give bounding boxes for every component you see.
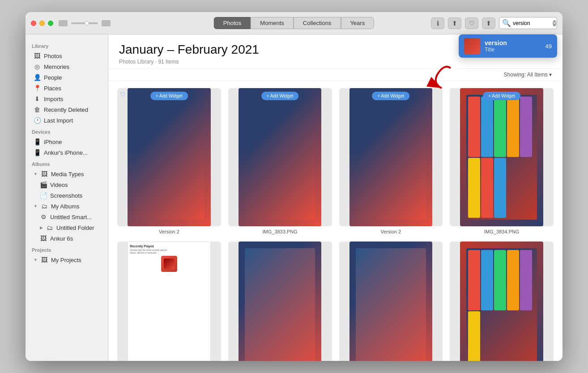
sidebar-label-memories: Memories xyxy=(44,64,69,70)
sidebar: Library 🖼 Photos ◎ Memories 👤 People 📍 P… xyxy=(26,34,108,361)
photo-thumbnail[interactable] xyxy=(339,242,443,361)
photos-icon: 🖼 xyxy=(34,52,41,59)
minimize-button[interactable] xyxy=(39,21,45,26)
add-widget-button[interactable]: + Add Widget xyxy=(261,92,299,100)
result-title: version xyxy=(485,39,541,47)
photo-item[interactable]: Recently Played Quickly play the most re… xyxy=(117,242,221,361)
main-content: Library 🖼 Photos ◎ Memories 👤 People 📍 P… xyxy=(26,34,562,361)
expand-projects-icon: ▼ xyxy=(34,258,38,262)
places-icon: 📍 xyxy=(34,85,41,92)
people-icon: 👤 xyxy=(34,74,41,81)
title-year: 2021 xyxy=(231,42,259,56)
titlebar-controls xyxy=(59,20,111,26)
search-input[interactable] xyxy=(513,20,551,26)
sidebar-item-imports[interactable]: ⬇ Imports xyxy=(27,93,106,104)
photo-thumbnail[interactable] xyxy=(450,242,554,361)
showing-label[interactable]: Showing: All Items ▾ xyxy=(504,72,552,78)
tab-moments[interactable]: Moments xyxy=(251,17,293,29)
edit-button[interactable]: ⬆ xyxy=(482,17,495,29)
sidebar-label-photos: Photos xyxy=(44,53,62,59)
my-projects-icon: 🖼 xyxy=(41,256,48,263)
tab-years[interactable]: Years xyxy=(341,17,374,29)
photo-thumbnail[interactable]: + Add Widget ♡ xyxy=(117,88,221,226)
sidebar-item-media-types[interactable]: ▼ 🖼 Media Types xyxy=(27,169,106,179)
close-button[interactable] xyxy=(31,21,36,26)
sidebar-item-last-import[interactable]: 🕐 Last Import xyxy=(27,115,106,126)
videos-icon: 🎬 xyxy=(40,181,47,188)
iphone-icon: 📱 xyxy=(34,138,41,145)
ankur-iphone-icon: 📱 xyxy=(34,149,41,156)
sidebar-label-screenshots: Screenshots xyxy=(50,192,82,199)
add-widget-button[interactable]: + Add Widget xyxy=(150,92,188,100)
photo-thumbnail[interactable]: + Add Widget xyxy=(450,88,554,226)
sidebar-toggle-icon[interactable] xyxy=(59,20,68,26)
sidebar-label-ankur-6s: Ankur 6s xyxy=(50,235,73,242)
trash-icon: 🗑 xyxy=(34,106,41,113)
photo-item[interactable]: IMG_3836.PNG xyxy=(450,242,554,361)
fullscreen-button[interactable] xyxy=(48,21,53,26)
sidebar-label-ankur-iphone: Ankur's iPhone... xyxy=(44,149,88,156)
result-subtitle: Title xyxy=(485,47,541,53)
sidebar-label-my-albums: My Albums xyxy=(51,203,80,210)
photo-name: IMG_3834.PNG xyxy=(484,229,519,234)
search-result-item[interactable]: version Title 49 xyxy=(459,34,557,58)
add-widget-button[interactable]: + Add Widget xyxy=(372,92,409,100)
sidebar-item-untitled-smart[interactable]: ⚙ Untitled Smart... xyxy=(27,212,106,222)
share-button[interactable]: ⬆ xyxy=(448,17,461,29)
sidebar-item-videos[interactable]: 🎬 Videos xyxy=(27,179,106,190)
sidebar-item-ankur-6s[interactable]: 🖼 Ankur 6s xyxy=(27,233,106,244)
titlebar: Photos Moments Collections Years ℹ ⬆ ♡ ⬆… xyxy=(26,12,562,34)
search-icon: 🔍 xyxy=(502,19,511,27)
sidebar-item-screenshots[interactable]: 📄 Screenshots xyxy=(27,190,106,201)
photo-thumbnail[interactable] xyxy=(228,242,332,361)
sidebar-item-recently-deleted[interactable]: 🗑 Recently Deleted xyxy=(27,104,106,115)
my-albums-folder-icon: 🗂 xyxy=(41,203,48,210)
expand-my-albums-icon: ▼ xyxy=(34,204,38,208)
tab-photos[interactable]: Photos xyxy=(214,17,251,29)
photo-thumbnail[interactable]: + Add Widget xyxy=(339,88,443,226)
sidebar-label-people: People xyxy=(44,74,62,81)
sidebar-item-ankur-iphone[interactable]: 📱 Ankur's iPhone... xyxy=(27,147,106,158)
sidebar-item-places[interactable]: 📍 Places xyxy=(27,83,106,93)
photo-item[interactable]: + Add Widget ♡ Version 2 xyxy=(117,88,221,234)
sidebar-item-people[interactable]: 👤 People xyxy=(27,72,106,83)
devices-section-label: Devices xyxy=(26,126,108,136)
sidebar-item-iphone[interactable]: 📱 iPhone xyxy=(27,136,106,147)
sidebar-item-my-albums[interactable]: ▼ 🗂 My Albums xyxy=(27,201,106,212)
sidebar-label-iphone: iPhone xyxy=(44,139,62,145)
search-box[interactable]: 🔍 ✕ xyxy=(499,17,557,29)
photo-item[interactable]: + Add Widget Version 2 xyxy=(339,88,443,234)
grid-icon[interactable] xyxy=(102,20,111,26)
clock-icon: 🕐 xyxy=(34,117,41,124)
screenshots-icon: 📄 xyxy=(40,192,47,199)
add-widget-button[interactable]: + Add Widget xyxy=(483,92,520,100)
search-dropdown: version Title 49 xyxy=(459,34,557,58)
photo-name: Version 2 xyxy=(380,229,401,234)
tab-collections[interactable]: Collections xyxy=(294,17,341,29)
photo-name: Version 2 xyxy=(159,229,179,234)
showing-bar: Showing: All Items ▾ xyxy=(108,69,562,81)
zoom-slider[interactable] xyxy=(71,22,98,24)
info-button[interactable]: ℹ xyxy=(431,17,444,29)
sidebar-item-memories[interactable]: ◎ Memories xyxy=(27,61,106,72)
result-count: 49 xyxy=(545,43,552,50)
imports-icon: ⬇ xyxy=(34,95,41,102)
photo-thumbnail[interactable]: Recently Played Quickly play the most re… xyxy=(117,242,221,361)
sidebar-label-media-types: Media Types xyxy=(51,171,84,178)
sidebar-item-my-projects[interactable]: ▼ 🖼 My Projects xyxy=(27,254,106,265)
projects-section-label: Projects xyxy=(26,244,108,254)
photo-thumbnail[interactable]: + Add Widget xyxy=(228,88,332,226)
sidebar-item-photos[interactable]: 🖼 Photos xyxy=(27,51,106,61)
photo-name: IMG_3833.PNG xyxy=(262,229,297,234)
photo-item[interactable]: + Add Widget IMG_3833.PNG xyxy=(228,88,332,234)
sidebar-item-untitled-folder[interactable]: ▶ 🗂 Untitled Folder xyxy=(27,222,106,233)
search-clear-button[interactable]: ✕ xyxy=(553,20,556,26)
photo-item[interactable]: IMG_3835.PNG xyxy=(228,242,332,361)
photo-item[interactable]: Version 2 xyxy=(339,242,443,361)
app-window: Photos Moments Collections Years ℹ ⬆ ♡ ⬆… xyxy=(26,12,562,361)
favorite-button[interactable]: ♡ xyxy=(465,17,478,29)
expand-untitled-folder-icon: ▶ xyxy=(40,225,43,230)
content-area: January – February 2021 Photos Library ·… xyxy=(108,34,562,361)
photo-item[interactable]: + Add Widget xyxy=(450,88,554,234)
library-section-label: Library xyxy=(26,40,108,51)
